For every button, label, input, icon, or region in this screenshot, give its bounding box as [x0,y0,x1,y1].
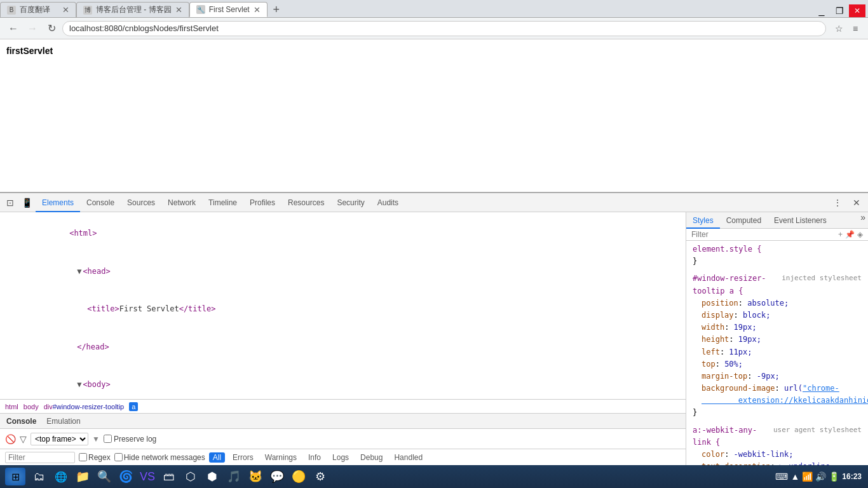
tab-resources[interactable]: Resources [281,193,330,212]
tab-sources[interactable]: Sources [121,193,161,212]
taskbar-icon-chrome[interactable]: 🌀 [116,468,136,485]
tab-1-favicon: B [7,6,16,15]
tab-elements[interactable]: Elements [36,193,80,212]
device-mode-icon[interactable]: 📱 [19,195,34,210]
system-clock: 16:23 [842,472,862,481]
log-btn-errors[interactable]: Errors [229,452,257,463]
close-button[interactable]: ✕ [849,4,865,17]
html-line-2[interactable]: ▼<head> [0,253,686,291]
restore-button[interactable]: ❐ [831,4,848,17]
console-filter-input[interactable] [5,452,75,463]
styles-more-icon[interactable]: » [858,212,868,228]
log-btn-all[interactable]: All [209,452,225,463]
taskbar-icon-app5[interactable]: 💬 [267,468,287,485]
new-tab-button[interactable]: + [268,2,285,17]
taskbar-icon-files[interactable]: 🗂 [29,468,50,485]
tab-bar: B 百度翻译 ✕ 博 博客后台管理 - 博客园 ✕ 🔧 First Servle… [0,0,868,18]
taskbar-icon-sql[interactable]: 🗃 [159,468,179,485]
taskbar-icon-search[interactable]: 🔍 [94,468,114,485]
nav-bar: ← → ↻ localhost:8080/cnblogsNodes/firstS… [0,18,868,39]
tab-2-close[interactable]: ✕ [175,6,182,14]
menu-icon[interactable]: ≡ [848,21,863,36]
html-line-5[interactable]: ▼<body> [0,366,686,399]
webpage-area: firstServlet [0,39,868,192]
user-agent-stylesheet-label: user agent stylesheet [773,424,862,436]
log-btn-logs[interactable]: Logs [329,452,353,463]
start-button[interactable]: ⊞ [3,466,28,487]
bookmark-icon[interactable]: ☆ [831,21,846,36]
breadcrumb-html[interactable]: html [5,403,18,410]
breadcrumb-body[interactable]: body [24,403,39,410]
tab-3[interactable]: 🔧 First Servlet ✕ [189,2,268,17]
window-controls: _ ❐ ✕ [813,4,868,17]
log-btn-handled[interactable]: Handled [390,452,426,463]
tab-1[interactable]: B 百度翻译 ✕ [0,2,76,17]
css-rule-window-resizer: #window-resizer- injected stylesheet too… [691,273,863,419]
html-line-3[interactable]: <title>First Servlet</title> [0,290,686,329]
tray-icon-keyboard[interactable]: ⌨ [775,471,788,482]
tray-icon-arrow[interactable]: ▲ [790,471,799,482]
tray-icon-network[interactable]: 📶 [802,471,813,482]
frame-selector[interactable]: <top frame> [31,433,88,445]
hide-network-checkbox[interactable] [114,453,123,461]
log-btn-debug[interactable]: Debug [356,452,386,463]
tab-3-close[interactable]: ✕ [254,6,261,14]
preserve-log-label[interactable]: Preserve log [104,435,156,444]
css-rule-element-style: element.style { } [691,243,863,268]
tab-timeline[interactable]: Timeline [202,193,243,212]
add-style-icon[interactable]: + [838,230,843,239]
regex-label[interactable]: Regex [79,453,111,462]
breadcrumb-div[interactable]: div#window-resizer-tooltip [44,403,125,410]
tab-console[interactable]: Console [80,193,121,212]
reload-button[interactable]: ↻ [43,20,60,37]
devtools-close-icon[interactable]: ✕ [849,195,864,210]
tab-1-title: 百度翻译 [20,4,58,15]
back-button[interactable]: ← [5,20,22,37]
html-line-4[interactable]: </head> [0,329,686,367]
regex-checkbox[interactable] [79,453,87,461]
log-btn-info[interactable]: Info [304,452,325,463]
taskbar-icon-app1[interactable]: ⬡ [180,468,201,485]
console-tab-console[interactable]: Console [4,417,39,426]
tab-profiles[interactable]: Profiles [243,193,281,212]
tab-2[interactable]: 博 博客后台管理 - 博客园 ✕ [76,2,189,17]
tab-network[interactable]: Network [161,193,202,212]
breadcrumb-a[interactable]: a [129,402,138,411]
log-btn-warnings[interactable]: Warnings [261,452,301,463]
devtools-more-icon[interactable]: ⋮ [830,195,845,210]
taskbar-icon-app2[interactable]: ⬢ [202,468,222,485]
pin-style-icon[interactable]: 📌 [845,230,855,239]
styles-tab-computed[interactable]: Computed [720,212,768,229]
taskbar-icon-app6[interactable]: 🟡 [288,468,309,485]
console-tab-emulation[interactable]: Emulation [44,417,83,426]
taskbar-icon-app4[interactable]: 🐱 [245,468,266,485]
minimize-button[interactable]: _ [813,4,830,17]
console-filter-icon[interactable]: ▽ [20,434,27,444]
inspect-element-icon[interactable]: ⊡ [3,195,18,210]
address-bar[interactable]: localhost:8080/cnblogsNodes/firstServlet [62,21,826,36]
taskbar-icon-settings[interactable]: ⚙ [310,468,330,485]
taskbar-icon-ie[interactable]: 🌐 [51,468,71,485]
nav-right-icons: ☆ ≡ [831,21,863,36]
color-picker-icon[interactable]: ◈ [857,230,863,239]
taskbar-icon-folder[interactable]: 📁 [72,468,93,485]
forward-button[interactable]: → [24,20,41,37]
tab-audits[interactable]: Audits [371,193,405,212]
styles-tab-styles[interactable]: Styles [686,212,720,229]
devtools-main: <html> ▼<head> <title>First Servlet</tit… [0,212,868,465]
tray-icon-volume[interactable]: 🔊 [815,471,826,482]
css-rule-webkit-link: a:-webkit-any- user agent stylesheet lin… [691,424,863,465]
tab-1-close[interactable]: ✕ [62,6,69,14]
styles-filter-input[interactable] [691,230,836,239]
preserve-log-checkbox[interactable] [104,435,112,443]
hide-network-label[interactable]: Hide network messages [114,453,205,462]
taskbar-icon-vs[interactable]: VS [137,468,158,485]
styles-panel-tabs: Styles Computed Event Listeners » [686,212,868,229]
taskbar-icon-app3[interactable]: 🎵 [224,468,244,485]
styles-tab-event-listeners[interactable]: Event Listeners [768,212,833,229]
preserve-log-text: Preserve log [114,435,156,444]
html-line-1[interactable]: <html> [0,215,686,253]
tab-security[interactable]: Security [330,193,370,212]
tray-icon-battery[interactable]: 🔋 [829,471,839,482]
injected-stylesheet-label: injected stylesheet [782,273,862,284]
